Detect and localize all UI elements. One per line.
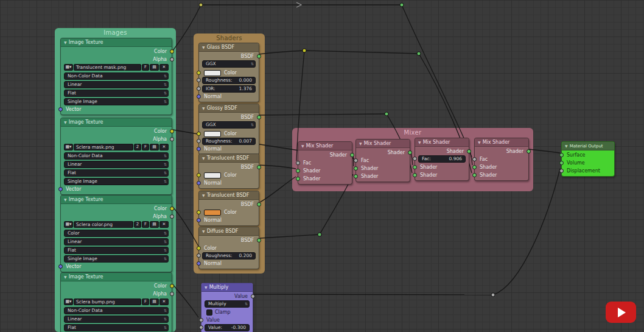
- ior-slider[interactable]: IOR:1.376: [202, 85, 256, 93]
- unlink-icon[interactable]: ✕: [159, 221, 169, 228]
- translucent-bsdf-node-2[interactable]: ▼ Translucent BSDF BSDF Color Normal: [198, 191, 259, 226]
- alpha-output-socket[interactable]: [170, 214, 174, 219]
- source-dropdown[interactable]: Single Image: [64, 98, 169, 105]
- fake-user-button[interactable]: F: [142, 298, 149, 305]
- image-browse-icon[interactable]: ▦▾: [64, 298, 73, 305]
- image-name[interactable]: Translucent mask.png: [74, 64, 141, 71]
- glossy-bsdf-node[interactable]: ▼ Glossy BSDF BSDF GGX Color Roughness:0…: [198, 104, 259, 155]
- roughness-slider[interactable]: Roughness:0.200: [202, 252, 256, 260]
- node-header[interactable]: ▼ Image Texture: [61, 38, 172, 47]
- image-browse-icon[interactable]: ▦▾: [64, 221, 73, 228]
- collapse-icon[interactable]: ▼: [565, 142, 568, 150]
- color-output-socket[interactable]: [170, 49, 174, 54]
- image-datablock-selector[interactable]: ▦▾ Translucent mask.png F ▤ ✕: [64, 64, 169, 71]
- node-header[interactable]: ▼ Translucent BSDF: [199, 154, 259, 163]
- roughness-slider[interactable]: Roughness:0.007: [202, 138, 256, 145]
- value-slider[interactable]: Value:-0.300: [205, 324, 250, 331]
- image-texture-node-3[interactable]: ▼ Image Texture Color Alpha ▦▾ Sclera co…: [60, 195, 172, 272]
- vector-input-socket[interactable]: [58, 107, 63, 111]
- color-swatch[interactable]: [204, 131, 221, 137]
- node-header[interactable]: ▼ Glass BSDF: [199, 43, 259, 52]
- normal-input-socket[interactable]: [197, 218, 201, 222]
- clamp-checkbox[interactable]: [206, 309, 212, 316]
- value-input-socket-1[interactable]: [199, 318, 203, 322]
- blender-node-editor[interactable]: Images Shaders Mixer: [0, 0, 644, 332]
- projection-dropdown[interactable]: Flat: [64, 247, 169, 254]
- node-header[interactable]: ▼ Image Texture: [61, 118, 172, 127]
- mix-shader-node-2[interactable]: ▼ Mix Shader Shader Fac Shader Shader: [355, 139, 410, 182]
- collapse-icon[interactable]: ▼: [202, 227, 205, 235]
- fac-input-socket[interactable]: [296, 161, 300, 165]
- node-header[interactable]: ▼ Diffuse BSDF: [199, 227, 259, 236]
- projection-dropdown[interactable]: Flat: [64, 324, 169, 331]
- collapse-icon[interactable]: ▼: [64, 273, 67, 281]
- displacement-input-socket[interactable]: [559, 169, 564, 173]
- normal-input-socket[interactable]: [197, 181, 201, 185]
- image-name[interactable]: Sclera mask.png: [74, 144, 133, 150]
- surface-input-socket[interactable]: [559, 153, 564, 157]
- fac-slider[interactable]: Fac:0.906: [418, 155, 466, 163]
- color-input-socket[interactable]: [197, 132, 201, 136]
- glass-bsdf-node[interactable]: ▼ Glass BSDF BSDF GGX Color Roughness:0.…: [198, 43, 259, 102]
- open-image-icon[interactable]: ▤: [150, 144, 159, 150]
- fac-input-socket[interactable]: [354, 158, 358, 163]
- normal-input-socket[interactable]: [197, 147, 201, 151]
- image-datablock-selector[interactable]: ▦▾ Sclera bump.png F ▤ ✕: [64, 298, 169, 305]
- node-header[interactable]: ▼ Mix Shader: [475, 138, 528, 147]
- shader-input-socket-2[interactable]: [413, 173, 417, 177]
- bsdf-output-socket[interactable]: [257, 54, 261, 58]
- shader-input-socket-1[interactable]: [413, 165, 417, 169]
- fake-user-button[interactable]: F: [142, 64, 149, 71]
- color-output-socket[interactable]: [170, 284, 174, 288]
- diffuse-bsdf-node[interactable]: ▼ Diffuse BSDF BSDF Color Roughness:0.20…: [198, 227, 259, 269]
- open-image-icon[interactable]: ▤: [150, 64, 159, 71]
- shader-input-socket-1[interactable]: [472, 165, 477, 169]
- collapse-icon[interactable]: ▼: [359, 140, 362, 147]
- fac-input-socket[interactable]: [472, 157, 477, 161]
- bsdf-output-socket[interactable]: [257, 165, 261, 169]
- value-input-socket-2[interactable]: [199, 325, 203, 330]
- projection-dropdown[interactable]: Flat: [64, 90, 169, 97]
- users-count-button[interactable]: 2: [134, 144, 141, 150]
- interpolation-dropdown[interactable]: Linear: [64, 81, 169, 88]
- node-header[interactable]: ▼ Material Output: [562, 142, 614, 150]
- image-texture-node-4[interactable]: ▼ Image Texture Color Alpha ▦▾ Sclera bu…: [60, 272, 172, 332]
- normal-input-socket[interactable]: [197, 94, 201, 99]
- fake-user-button[interactable]: F: [142, 221, 149, 228]
- alpha-output-socket[interactable]: [170, 137, 174, 141]
- color-space-dropdown[interactable]: Non-Color Data: [64, 72, 169, 80]
- mix-shader-node-3[interactable]: ▼ Mix Shader Shader Fac:0.906 Shader Sha…: [415, 138, 469, 181]
- image-texture-node-2[interactable]: ▼ Image Texture Color Alpha ▦▾ Sclera ma…: [60, 118, 172, 195]
- collapse-icon[interactable]: ▼: [202, 191, 205, 199]
- collapse-icon[interactable]: ▼: [478, 138, 481, 146]
- collapse-icon[interactable]: ▼: [64, 118, 67, 126]
- collapse-icon[interactable]: ▼: [64, 196, 67, 203]
- node-header[interactable]: ▼ Multiply: [201, 283, 253, 292]
- fac-input-socket[interactable]: [413, 157, 417, 161]
- unlink-icon[interactable]: ✕: [159, 298, 169, 305]
- color-input-socket[interactable]: [197, 173, 201, 177]
- material-output-node[interactable]: ▼ Material Output Surface Volume Displac…: [561, 141, 615, 177]
- shader-input-socket-1[interactable]: [296, 169, 300, 173]
- color-swatch[interactable]: [204, 210, 221, 216]
- shader-input-socket-2[interactable]: [296, 177, 300, 181]
- color-input-socket[interactable]: [197, 71, 201, 75]
- vector-input-socket[interactable]: [58, 187, 63, 191]
- image-datablock-selector[interactable]: ▦▾ Sclera color.png 2 F ▤ ✕: [64, 221, 169, 228]
- color-input-socket[interactable]: [197, 246, 201, 250]
- image-name[interactable]: Sclera color.png: [74, 221, 133, 228]
- roughness-slider[interactable]: Roughness:0.000: [202, 77, 256, 84]
- alpha-output-socket[interactable]: [170, 57, 174, 62]
- bsdf-output-socket[interactable]: [257, 202, 261, 207]
- mix-shader-node-1[interactable]: ▼ Mix Shader Shader Fac Shader Shader: [298, 141, 352, 185]
- roughness-input-socket[interactable]: [197, 78, 201, 82]
- operation-dropdown[interactable]: Multiply: [205, 300, 250, 308]
- color-output-socket[interactable]: [170, 207, 174, 211]
- collapse-icon[interactable]: ▼: [202, 43, 205, 51]
- shader-input-socket-1[interactable]: [354, 166, 358, 171]
- interpolation-dropdown[interactable]: Linear: [64, 238, 169, 245]
- source-dropdown[interactable]: Single Image: [64, 178, 169, 185]
- ior-input-socket[interactable]: [197, 87, 201, 91]
- shader-output-socket[interactable]: [350, 153, 354, 157]
- shader-input-socket-2[interactable]: [354, 174, 358, 178]
